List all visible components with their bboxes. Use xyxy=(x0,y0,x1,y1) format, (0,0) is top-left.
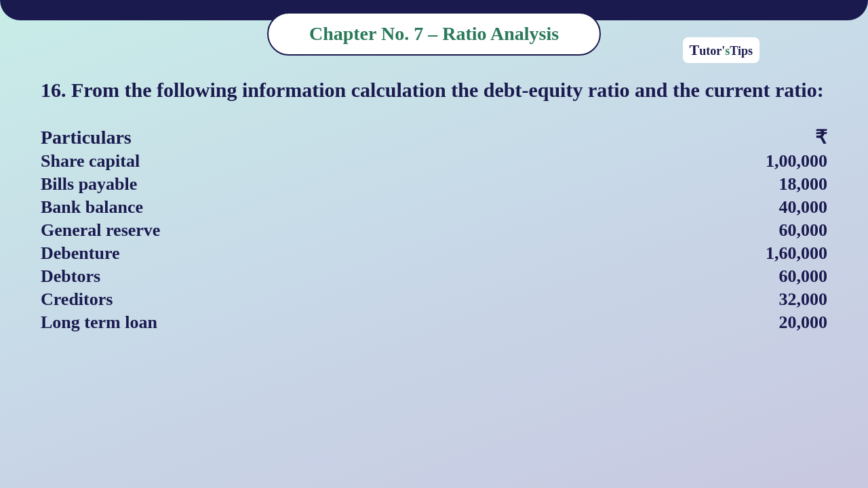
row-label-4: Debenture xyxy=(41,243,120,264)
row-value-3: 60,000 xyxy=(719,220,827,241)
table-row: General reserve60,000 xyxy=(41,219,827,242)
row-label-7: Long term loan xyxy=(41,312,157,333)
chapter-title: Chapter No. 7 – Ratio Analysis xyxy=(309,23,559,44)
row-value-6: 32,000 xyxy=(719,289,827,310)
table-row: Share capital1,00,000 xyxy=(41,150,827,173)
row-label-0: Share capital xyxy=(41,151,140,171)
row-label-5: Debtors xyxy=(41,266,100,287)
row-label-2: Bank balance xyxy=(41,197,143,218)
header-label: Particulars xyxy=(41,127,132,148)
header-value: ₹ xyxy=(719,126,827,148)
row-value-1: 18,000 xyxy=(719,174,827,195)
row-value-7: 20,000 xyxy=(719,312,827,333)
row-label-3: General reserve xyxy=(41,220,160,241)
row-value-5: 60,000 xyxy=(719,266,827,287)
table-row: Bills payable18,000 xyxy=(41,173,827,196)
row-label-1: Bills payable xyxy=(41,174,137,195)
table-header-row: Particulars ₹ xyxy=(41,125,827,150)
row-value-2: 40,000 xyxy=(719,197,827,218)
logo-area: Tutor'sTips xyxy=(683,37,760,63)
logo-text: Tutor'sTips xyxy=(690,41,753,59)
logo-utor: utor' xyxy=(699,44,725,58)
question-text: 16. From the following information calcu… xyxy=(41,76,827,104)
table-row: Bank balance40,000 xyxy=(41,196,827,219)
table-row: Creditors32,000 xyxy=(41,288,827,311)
table-row: Debtors60,000 xyxy=(41,265,827,288)
row-value-4: 1,60,000 xyxy=(719,243,827,264)
table-row: Debenture1,60,000 xyxy=(41,242,827,265)
row-value-0: 1,00,000 xyxy=(719,151,827,171)
content-area: 16. From the following information calcu… xyxy=(0,62,868,348)
logo-t: T xyxy=(690,41,700,58)
header-area: Chapter No. 7 – Ratio Analysis Tutor'sTi… xyxy=(0,0,868,56)
data-table: Particulars ₹ Share capital1,00,000Bills… xyxy=(41,125,827,334)
logo-tips: Tips xyxy=(730,44,753,58)
chapter-title-box: Chapter No. 7 – Ratio Analysis xyxy=(267,12,601,56)
row-label-6: Creditors xyxy=(41,289,113,310)
table-row: Long term loan20,000 xyxy=(41,311,827,334)
